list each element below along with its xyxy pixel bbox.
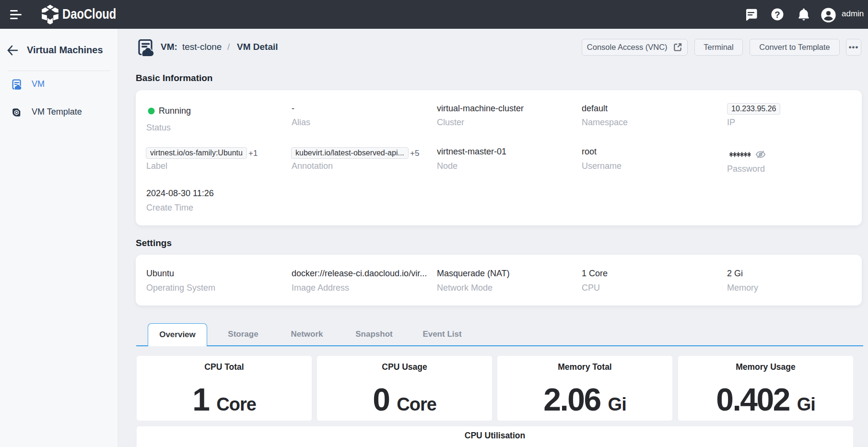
svg-text:?: ? <box>774 10 780 20</box>
